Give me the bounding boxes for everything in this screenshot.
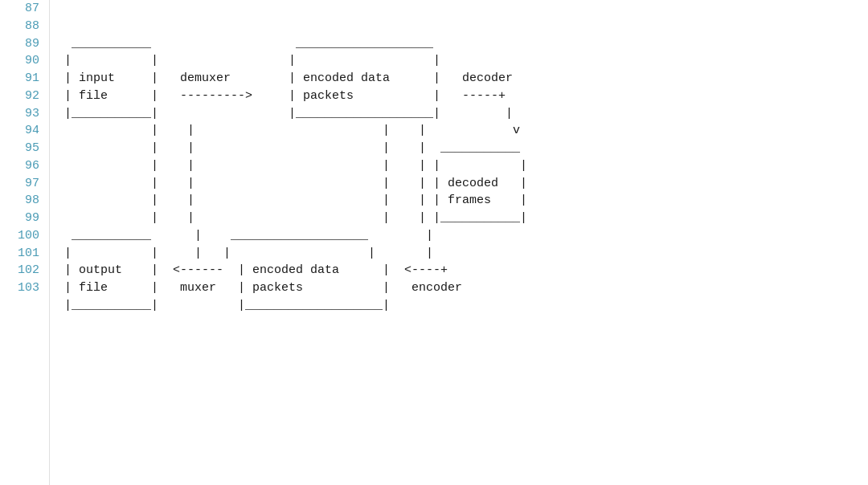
code-line: | | | | | frames | bbox=[64, 192, 868, 210]
line-number: 100 bbox=[0, 227, 43, 245]
line-number: 88 bbox=[0, 18, 43, 35]
line-numbers: 87888990919293949596979899100101102103 bbox=[0, 0, 50, 485]
code-view: 87888990919293949596979899100101102103 _… bbox=[0, 0, 868, 485]
line-number: 96 bbox=[0, 157, 43, 175]
line-number: 99 bbox=[0, 210, 43, 227]
line-number: 91 bbox=[0, 70, 43, 88]
code-line: | output | <------ | encoded data | <---… bbox=[64, 262, 868, 279]
line-number: 90 bbox=[0, 52, 43, 70]
line-number: 93 bbox=[0, 105, 43, 123]
code-line: ___________ ___________________ bbox=[64, 35, 868, 53]
code-content: ___________ ___________________| | | || … bbox=[50, 0, 868, 485]
code-line: | file | ---------> | packets | -----+ bbox=[64, 88, 868, 105]
line-number: 94 bbox=[0, 122, 43, 140]
line-number: 92 bbox=[0, 88, 43, 105]
code-line: |___________| |___________________| | bbox=[64, 105, 868, 123]
line-number: 103 bbox=[0, 279, 43, 297]
code-line: | input | demuxer | encoded data | decod… bbox=[64, 70, 868, 88]
code-line: | | | | | decoded | bbox=[64, 175, 868, 193]
code-line: | | | | bbox=[64, 52, 868, 70]
line-number: 101 bbox=[0, 245, 43, 263]
line-number: 97 bbox=[0, 175, 43, 193]
line-number: 102 bbox=[0, 262, 43, 279]
code-line: ___________ | ___________________ | bbox=[64, 227, 868, 245]
code-line: | | | | | | bbox=[64, 157, 868, 175]
code-line: | | | | ___________ bbox=[64, 140, 868, 157]
line-number: 87 bbox=[0, 0, 43, 18]
code-line: | | | | |___________| bbox=[64, 210, 868, 227]
code-line: | | | | | | bbox=[64, 245, 868, 263]
code-line: | | | | v bbox=[64, 122, 868, 140]
line-number: 98 bbox=[0, 192, 43, 210]
line-number: 95 bbox=[0, 140, 43, 157]
code-line: |___________| |___________________| bbox=[64, 297, 868, 315]
line-number: 89 bbox=[0, 35, 43, 53]
code-line: | file | muxer | packets | encoder bbox=[64, 279, 868, 297]
